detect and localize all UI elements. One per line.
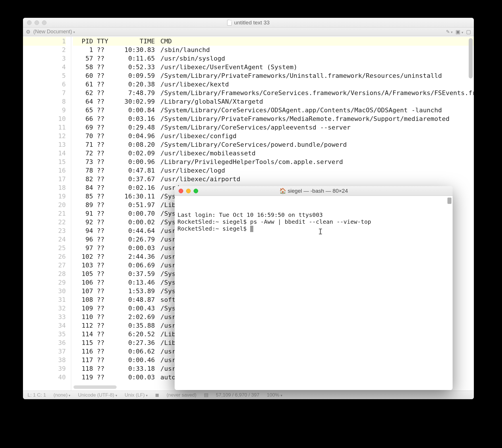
terminal-window: 🏠 siegel — -bash — 80×24 Last login: Tue…	[175, 186, 453, 390]
line-number: 32	[23, 304, 66, 313]
line-number: 30	[23, 287, 66, 296]
process-row: 66 ??0:03.16 /System/Library/PrivateFram…	[73, 115, 474, 123]
bbedit-titlebar[interactable]: untitled text 33	[23, 18, 474, 28]
line-number-gutter: 1234567891011121314151617181920212223242…	[23, 36, 71, 391]
gear-icon[interactable]: ⚙	[26, 29, 30, 35]
line-number: 29	[23, 278, 66, 287]
horizontal-scrollbar[interactable]	[74, 385, 117, 389]
line-number: 15	[23, 158, 66, 166]
process-row: 65 ??0:00.84 /System/Library/CoreService…	[73, 106, 474, 115]
line-number: 9	[23, 106, 66, 115]
line-number: 24	[23, 235, 66, 244]
line-number: 8	[23, 97, 66, 106]
line-number: 5	[23, 72, 66, 80]
process-row: 61 ??0:20.38 /usr/libexec/kextd	[73, 80, 474, 89]
vertical-scrollbar[interactable]	[447, 198, 451, 204]
document-stats: 57,109 / 6,970 / 397	[216, 392, 259, 398]
encoding-dropdown[interactable]: Unicode (UTF-8)	[78, 392, 117, 398]
document-dropdown[interactable]: (New Document)	[33, 29, 75, 35]
document-icon	[227, 20, 232, 26]
process-row: 60 ??0:09.59 /System/Library/PrivateFram…	[73, 72, 474, 80]
line-number: 21	[23, 209, 66, 218]
line-number: 37	[23, 347, 66, 356]
line-number: 35	[23, 330, 66, 339]
line-number: 31	[23, 296, 66, 304]
line-ending-dropdown[interactable]: Unix (LF)	[125, 392, 148, 398]
line-number: 39	[23, 364, 66, 373]
line-number: 34	[23, 321, 66, 330]
process-row: 72 ??0:02.09 /usr/libexec/mobileassetd	[73, 149, 474, 158]
process-row: 70 ??0:04.96 /usr/libexec/configd	[73, 132, 474, 140]
line-number: 18	[23, 184, 66, 192]
window-title: untitled text 33	[234, 20, 270, 26]
close-icon[interactable]	[179, 189, 183, 193]
process-row: 58 ??0:52.33 /usr/libexec/UserEventAgent…	[73, 63, 474, 72]
language-dropdown[interactable]: (none)	[53, 392, 70, 398]
process-row: 69 ??0:29.48 /System/Library/CoreService…	[73, 123, 474, 132]
line-number: 36	[23, 339, 66, 347]
stack-icon[interactable]: ▣	[455, 29, 463, 35]
save-indicator-icon: ◼	[155, 392, 159, 398]
process-row: 78 ??0:47.81 /usr/libexec/logd	[73, 166, 474, 175]
text-cursor-icon: 𝙸	[318, 227, 323, 236]
line-number: 7	[23, 89, 66, 97]
new-doc-icon[interactable]: ▢	[466, 29, 471, 35]
terminal-line: RocketSled:~ siegel$	[177, 225, 450, 232]
line-number: 28	[23, 270, 66, 278]
line-number: 10	[23, 115, 66, 123]
zoom-level[interactable]: 100%	[267, 392, 282, 398]
line-number: 38	[23, 356, 66, 364]
terminal-titlebar[interactable]: 🏠 siegel — -bash — 80×24	[175, 186, 453, 196]
bbedit-statusbar: L: 1 C: 1 (none) Unicode (UTF-8) Unix (L…	[23, 391, 474, 399]
line-number: 11	[23, 123, 66, 132]
terminal-body[interactable]: Last login: Tue Oct 10 16:59:50 on ttys0…	[175, 196, 453, 390]
line-number: 20	[23, 201, 66, 209]
cursor-position: L: 1 C: 1	[28, 392, 46, 398]
line-number: 16	[23, 166, 66, 175]
vertical-scrollbar[interactable]	[469, 38, 473, 78]
line-number: 12	[23, 132, 66, 140]
terminal-line: Last login: Tue Oct 10 16:59:50 on ttys0…	[177, 211, 450, 218]
bbedit-toolbar: ⚙ (New Document) ✎ ▣ ▢	[23, 28, 474, 36]
line-number: 13	[23, 140, 66, 149]
process-row: 62 ??7:48.79 /System/Library/Frameworks/…	[73, 89, 474, 97]
minimize-icon[interactable]	[34, 20, 39, 25]
process-row: 82 ??0:37.67 /usr/libexec/airportd	[73, 175, 474, 184]
process-row: 64 ??30:02.99 /Library/globalSAN/Xtarget…	[73, 97, 474, 106]
zoom-icon[interactable]	[42, 20, 47, 25]
close-icon[interactable]	[27, 20, 32, 25]
terminal-title: 🏠 siegel — -bash — 80×24	[279, 188, 348, 194]
line-number: 22	[23, 218, 66, 227]
minimize-icon[interactable]	[186, 189, 191, 193]
line-number: 14	[23, 149, 66, 158]
line-number: 4	[23, 63, 66, 72]
terminal-cursor	[250, 226, 253, 232]
line-number: 40	[23, 373, 66, 382]
terminal-line: RocketSled:~ siegel$ ps -Aww | bbedit --…	[177, 218, 450, 225]
saved-status: (never saved)	[167, 392, 196, 398]
line-number: 26	[23, 252, 66, 261]
doc-stats-icon: ▤	[204, 392, 208, 398]
process-row: 71 ??0:08.20 /System/Library/CoreService…	[73, 140, 474, 149]
line-number: 27	[23, 261, 66, 270]
line-number: 25	[23, 244, 66, 252]
process-row: 1 ??10:30.83 /sbin/launchd	[73, 46, 474, 54]
line-number: 23	[23, 227, 66, 235]
line-number: 17	[23, 175, 66, 184]
pencil-icon[interactable]: ✎	[446, 29, 453, 34]
line-number: 2	[23, 46, 66, 54]
line-number: 6	[23, 80, 66, 89]
line-number: 19	[23, 192, 66, 201]
line-number: 33	[23, 313, 66, 321]
zoom-icon[interactable]	[194, 189, 198, 193]
process-row: 73 ??0:00.96 /Library/PrivilegedHelperTo…	[73, 158, 474, 166]
header-row: PID TTYTIME CMD	[73, 37, 474, 46]
process-row: 57 ??0:11.65 /usr/sbin/syslogd	[73, 54, 474, 63]
line-number: 3	[23, 54, 66, 63]
